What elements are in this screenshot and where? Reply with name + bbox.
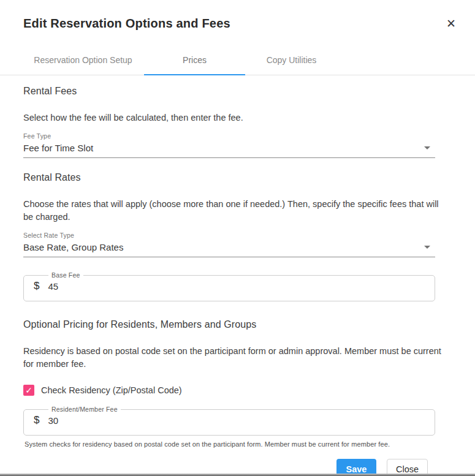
fee-type-select[interactable]: Fee Type Fee for Time Slot: [23, 132, 435, 158]
checkbox-checked-icon[interactable]: ✓: [23, 385, 34, 396]
tab-bar: Reservation Option Setup Prices Copy Uti…: [0, 45, 475, 75]
rate-type-select[interactable]: Select Rate Type Base Rate, Group Rates: [23, 232, 435, 257]
chevron-down-icon: [424, 146, 430, 149]
dollar-icon: $: [34, 280, 39, 292]
resident-member-fee-field: Resident/Member Fee $: [23, 406, 435, 436]
base-fee-field: Base Fee $: [23, 271, 435, 301]
dialog-header: Edit Reservation Options and Fees ✕: [0, 0, 475, 31]
check-residency-label: Check Residency (Zip/Postal Code): [41, 385, 182, 395]
rate-type-value: Base Rate, Group Rates: [23, 242, 123, 252]
resident-member-fee-label: Resident/Member Fee: [48, 406, 121, 413]
resident-member-fee-input[interactable]: [48, 415, 391, 426]
base-fee-input[interactable]: [48, 281, 391, 292]
dollar-icon: $: [34, 414, 39, 426]
rental-rates-description: Choose the rates that will apply (choose…: [23, 198, 443, 224]
rate-type-label: Select Rate Type: [23, 232, 435, 239]
residency-helper-text: System checks for residency based on pos…: [23, 440, 443, 448]
base-fee-label: Base Fee: [48, 271, 83, 279]
rental-fees-heading: Rental Fees: [23, 86, 443, 97]
check-residency-row[interactable]: ✓ Check Residency (Zip/Postal Code): [23, 385, 443, 396]
dialog-title: Edit Reservation Options and Fees: [23, 17, 452, 31]
tab-copy-utilities[interactable]: Copy Utilities: [245, 45, 338, 75]
tab-prices[interactable]: Prices: [144, 45, 245, 75]
dialog-bottom-edge: [0, 474, 475, 476]
dialog-content: Rental Fees Select how the fee will be c…: [0, 75, 475, 476]
fee-type-label: Fee Type: [23, 132, 435, 140]
optional-pricing-description: Residency is based on postal code set on…: [23, 345, 443, 371]
rental-rates-heading: Rental Rates: [23, 172, 443, 183]
close-icon[interactable]: ✕: [444, 17, 458, 31]
fee-type-value: Fee for Time Slot: [23, 143, 93, 153]
edit-reservation-dialog: Edit Reservation Options and Fees ✕ Rese…: [0, 0, 475, 476]
tab-reservation-option-setup[interactable]: Reservation Option Setup: [22, 45, 144, 75]
optional-pricing-heading: Optional Pricing for Residents, Members …: [23, 319, 443, 330]
chevron-down-icon: [424, 246, 430, 249]
rental-fees-description: Select how the fee will be calculated, t…: [23, 111, 443, 124]
